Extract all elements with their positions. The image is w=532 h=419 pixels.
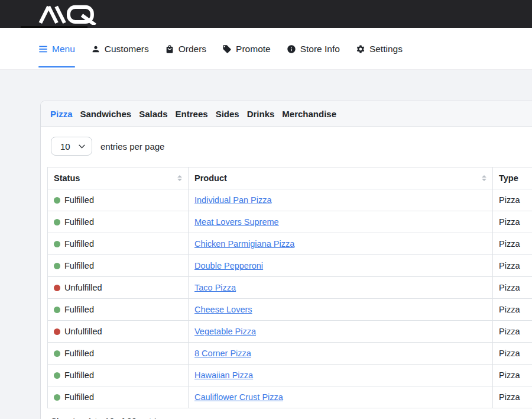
nav-item-store-info[interactable]: Store Info (287, 28, 340, 69)
product-link[interactable]: Chicken Parmigiana Pizza (194, 239, 294, 249)
info-icon (287, 44, 296, 54)
product-cell: Vegetable Pizza (189, 321, 493, 343)
status-dot-icon (54, 372, 60, 379)
type-cell: Pizza (493, 321, 532, 343)
product-link[interactable]: Hawaiian Pizza (194, 370, 253, 380)
type-cell: Pizza (493, 365, 532, 386)
table-row: FulfilledCauliflower Crust PizzaPizza (48, 386, 532, 408)
nav-label: Customers (105, 44, 149, 54)
status-cell: Fulfilled (48, 343, 189, 365)
status-dot-icon (54, 197, 60, 204)
product-link[interactable]: Meat Lovers Supreme (194, 217, 279, 227)
product-link[interactable]: Double Pepperoni (194, 261, 263, 270)
entries-per-page-label: entries per page (100, 141, 164, 152)
status-label: Fulfilled (64, 261, 94, 270)
type-cell: Pizza (493, 277, 532, 299)
nav-item-menu[interactable]: Menu (38, 28, 75, 69)
nav-label: Promote (236, 44, 271, 54)
table-row: UnfulfilledTaco PizzaPizza (48, 277, 532, 299)
entries-per-page-row: 10 entries per page (51, 137, 532, 156)
status-cell: Fulfilled (48, 386, 189, 408)
status-dot-icon (54, 328, 60, 335)
products-table: Status Product Type FulfilledIndiv (47, 167, 532, 408)
status-dot-icon (54, 263, 60, 269)
status-cell: Fulfilled (48, 255, 189, 277)
tab-salads[interactable]: Salads (139, 109, 167, 119)
product-cell: Cauliflower Crust Pizza (189, 386, 493, 408)
table-row: FulfilledChicken Parmigiana PizzaPizza (48, 233, 532, 255)
product-link[interactable]: Vegetable Pizza (194, 327, 256, 336)
status-dot-icon (54, 350, 60, 357)
column-header-product[interactable]: Product (189, 167, 493, 189)
sort-icon[interactable] (177, 175, 182, 181)
tab-entrees[interactable]: Entrees (176, 109, 208, 119)
table-row: FulfilledIndividual Pan PizzaPizza (48, 189, 532, 211)
nav-item-settings[interactable]: Settings (356, 28, 403, 69)
type-cell: Pizza (493, 343, 532, 365)
status-dot-icon (54, 219, 60, 225)
person-icon (91, 44, 100, 54)
card-body: 10 entries per page Status Prod (41, 127, 532, 419)
status-label: Fulfilled (64, 349, 94, 358)
page-content: Pizza Sandwiches Salads Entrees Sides Dr… (0, 70, 532, 419)
nav-item-orders[interactable]: Orders (165, 28, 206, 69)
status-cell: Fulfilled (48, 211, 189, 233)
status-label: Fulfilled (64, 239, 94, 249)
status-cell: Fulfilled (48, 299, 189, 321)
product-link[interactable]: 8 Corner Pizza (194, 349, 251, 358)
product-link[interactable]: Taco Pizza (194, 283, 236, 292)
status-dot-icon (54, 307, 60, 313)
tab-merchandise[interactable]: Merchandise (282, 109, 336, 119)
top-app-bar (0, 0, 532, 28)
product-link[interactable]: Cheese Lovers (194, 305, 252, 314)
hamburger-icon (38, 44, 48, 54)
shopping-bag-icon (165, 44, 174, 54)
nav-label: Orders (179, 44, 206, 54)
status-label: Unfulfilled (64, 327, 102, 336)
status-label: Fulfilled (64, 195, 94, 205)
table-row: FulfilledDouble PepperoniPizza (48, 255, 532, 277)
gear-icon (356, 44, 365, 54)
tab-drinks[interactable]: Drinks (247, 109, 275, 119)
entries-per-page-select[interactable]: 10 (51, 137, 92, 156)
type-cell: Pizza (493, 189, 532, 211)
status-cell: Fulfilled (48, 365, 189, 386)
status-dot-icon (54, 241, 60, 247)
status-label: Fulfilled (64, 370, 94, 380)
table-row: UnfulfilledVegetable PizzaPizza (48, 321, 532, 343)
product-cell: Chicken Parmigiana Pizza (189, 233, 493, 255)
product-link[interactable]: Individual Pan Pizza (194, 195, 272, 205)
table-row: Fulfilled8 Corner PizzaPizza (48, 343, 532, 365)
status-cell: Fulfilled (48, 233, 189, 255)
product-cell: Hawaiian Pizza (189, 365, 493, 386)
table-row: FulfilledMeat Lovers SupremePizza (48, 211, 532, 233)
table-row: FulfilledHawaiian PizzaPizza (48, 365, 532, 386)
main-nav: Menu Customers Orders Promote Store Info… (0, 28, 532, 70)
status-label: Fulfilled (64, 392, 94, 402)
status-dot-icon (54, 285, 60, 291)
product-cell: Cheese Lovers (189, 299, 493, 321)
nav-item-customers[interactable]: Customers (91, 28, 149, 69)
sort-icon[interactable] (482, 175, 486, 181)
entries-select-value: 10 (51, 141, 70, 152)
product-cell: 8 Corner Pizza (189, 343, 493, 365)
tab-sandwiches[interactable]: Sandwiches (80, 109, 132, 119)
nav-item-promote[interactable]: Promote (222, 28, 271, 69)
product-cell: Individual Pan Pizza (189, 189, 493, 211)
tag-icon (222, 44, 232, 54)
aiq-logo (38, 4, 99, 25)
nav-label: Settings (369, 44, 403, 54)
tab-pizza[interactable]: Pizza (50, 109, 73, 119)
type-cell: Pizza (493, 255, 532, 277)
product-cell: Double Pepperoni (189, 255, 493, 277)
tab-sides[interactable]: Sides (216, 109, 239, 119)
column-header-status[interactable]: Status (48, 167, 189, 189)
chevron-down-icon (79, 144, 85, 149)
category-tab-bar: Pizza Sandwiches Salads Entrees Sides Dr… (41, 101, 532, 127)
column-header-type[interactable]: Type (493, 167, 532, 189)
status-cell: Fulfilled (48, 189, 189, 211)
status-label: Fulfilled (64, 217, 94, 227)
menu-card: Pizza Sandwiches Salads Entrees Sides Dr… (40, 101, 532, 419)
product-link[interactable]: Cauliflower Crust Pizza (194, 392, 283, 402)
type-cell: Pizza (493, 386, 532, 408)
